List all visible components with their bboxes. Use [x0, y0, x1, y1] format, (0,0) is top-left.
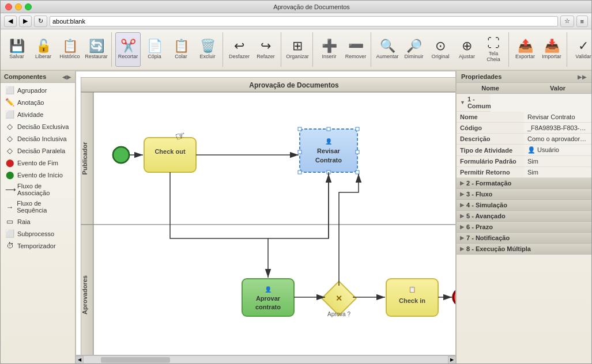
liberar-label: Liberar: [35, 54, 51, 59]
sidebar-item-anotacao[interactable]: ✏️ Anotação: [1, 96, 75, 108]
section-prazo[interactable]: ▶ 6 - Prazo: [457, 222, 591, 233]
inserir-button[interactable]: ➕ Inserir: [316, 32, 342, 67]
forward-button[interactable]: ▶: [19, 16, 32, 27]
ajustar-button[interactable]: ⊕ Ajustar: [454, 32, 480, 67]
svg-text:Publicador: Publicador: [81, 142, 88, 175]
section-avancado-label: 5 - Avançado: [466, 213, 506, 219]
validar-button[interactable]: ✓ Validar: [571, 32, 592, 67]
scroll-thumb-horizontal[interactable]: [101, 357, 170, 363]
section-avancado[interactable]: ▶ 5 - Avançado: [457, 211, 591, 222]
sidebar-item-temporizador[interactable]: ⏱ Temporizador: [1, 240, 75, 252]
section-execucao-multipla[interactable]: ▶ 8 - Execução Múltipla: [457, 244, 591, 255]
decisao-paralela-icon: ◇: [5, 146, 14, 155]
svg-point-11: [113, 147, 129, 163]
copia-button[interactable]: 📄 Cópia: [142, 32, 167, 67]
inserir-label: Inserir: [322, 54, 336, 59]
menu-button[interactable]: ≡: [576, 16, 588, 27]
maximize-button[interactable]: [25, 3, 32, 10]
address-bar[interactable]: [50, 16, 558, 26]
props-value-codigo: _F8A9893B-F803-4BFB-...: [524, 123, 591, 134]
scroll-right-button[interactable]: ▶: [448, 356, 456, 364]
section-formatacao[interactable]: ▶ 2 - Formatação: [457, 178, 591, 189]
props-row-formulario: Formulário Padrão Sim: [457, 156, 591, 167]
close-button[interactable]: [5, 3, 12, 10]
recortar-icon: ✂️: [120, 40, 136, 52]
props-value-formulario: Sim: [524, 156, 591, 167]
bpmn-diagram: Aprovação de Documentos Publicador Aprov…: [81, 77, 455, 355]
reload-button[interactable]: ↻: [34, 16, 47, 27]
section-notificacao-expand-icon: ▶: [460, 235, 464, 241]
remover-button[interactable]: ➖ Remover: [343, 32, 368, 67]
sidebar-item-decisao-paralela[interactable]: ◇ Decisão Paralela: [1, 145, 75, 157]
sidebar-item-agrupador[interactable]: ⬜ Agrupador: [1, 84, 75, 96]
back-button[interactable]: ◀: [4, 16, 17, 27]
sidebar-item-decisao-exclusiva[interactable]: ◇ Decisão Exclusiva: [1, 120, 75, 132]
col-value-header: Valor: [524, 83, 591, 94]
organizar-button[interactable]: ⊞ Organizar: [285, 32, 310, 67]
sidebar-collapse-button[interactable]: ◀▶: [62, 74, 71, 80]
section-notificacao[interactable]: ▶ 7 - Notificação: [457, 233, 591, 244]
minimize-button[interactable]: [15, 3, 22, 10]
tipo-user-icon: 👤: [527, 146, 536, 153]
exportar-button[interactable]: 📤 Exportar: [512, 32, 538, 67]
section-comum[interactable]: ▼ 1 - Comum: [457, 94, 491, 112]
section-simulacao[interactable]: ▶ 4 - Simulação: [457, 200, 591, 211]
sidebar-item-evento-fim[interactable]: ⬤ Evento de Fim: [1, 157, 75, 169]
section-comum-expand-icon: ▼: [460, 100, 465, 105]
salvar-button[interactable]: 💾 Salvar: [4, 32, 29, 67]
horizontal-scrollbar[interactable]: ◀ ▶: [76, 355, 456, 363]
desfazer-button[interactable]: ↩ Desfazer: [227, 32, 252, 67]
props-value-nome: Revisar Contrato: [524, 112, 591, 123]
organizar-icon: ⊞: [292, 40, 303, 52]
sidebar-item-fluxo-sequencia[interactable]: → Fluxo de Sequência: [1, 198, 75, 215]
liberar-button[interactable]: 🔓 Liberar: [31, 32, 56, 67]
aumentar-button[interactable]: 🔍 Aumentar: [375, 32, 400, 67]
properties-toggle-button[interactable]: ▶▶: [578, 74, 587, 80]
copia-label: Cópia: [148, 54, 161, 59]
historico-icon: 📋: [62, 40, 78, 52]
main-area: Componentes ◀▶ ⬜ Agrupador ✏️ Anotação ⬜…: [1, 71, 591, 363]
sidebar-item-subprocesso[interactable]: ⬜ Subprocesso: [1, 227, 75, 240]
canvas-container[interactable]: Aprovação de Documentos Publicador Aprov…: [76, 71, 456, 355]
sidebar-item-fluxo-associacao[interactable]: ⟶ Fluxo de Associação: [1, 181, 75, 198]
section-fluxo[interactable]: ▶ 3 - Fluxo: [457, 189, 591, 200]
sidebar-item-decisao-inclusiva[interactable]: ◇ Decisão Inclusiva: [1, 132, 75, 145]
diminuir-button[interactable]: 🔎 Diminuir: [401, 32, 427, 67]
anotacao-label: Anotação: [17, 99, 44, 106]
svg-text:👤: 👤: [325, 138, 333, 145]
svg-rect-12: [144, 138, 196, 172]
original-button[interactable]: ⊙ Original: [428, 32, 453, 67]
restaurar-button[interactable]: 🔄 Restaurar: [84, 32, 109, 67]
historico-label: Histórico: [59, 54, 80, 59]
inserir-icon: ➕: [322, 40, 337, 52]
decisao-paralela-label: Decisão Paralela: [17, 147, 65, 154]
refazer-icon: ↪: [261, 40, 271, 52]
excluir-button[interactable]: 🗑️ Excluir: [195, 32, 220, 67]
sidebar-item-evento-inicio[interactable]: ⬤ Evento de Início: [1, 169, 75, 181]
tela-cheia-icon: ⛶: [487, 37, 500, 50]
historico-button[interactable]: 📋 Histórico: [57, 32, 82, 67]
edit-group: ✂️ Recortar 📄 Cópia 📋 Colar 🗑️ Excluir: [115, 32, 223, 67]
validar-icon: ✓: [578, 40, 589, 52]
svg-text:Revisar: Revisar: [317, 147, 340, 154]
tela-cheia-button[interactable]: ⛶ Tela Cheia: [481, 32, 506, 67]
sidebar-item-atividade[interactable]: ⬜ Atividade: [1, 108, 75, 120]
evento-inicio-icon: ⬤: [5, 170, 14, 179]
refazer-button[interactable]: ↪ Refazer: [253, 32, 278, 67]
layout-group: ⊞ Organizar: [285, 32, 313, 67]
recortar-button[interactable]: ✂️ Recortar: [115, 32, 141, 67]
scroll-left-button[interactable]: ◀: [76, 356, 84, 364]
importar-button[interactable]: 📥 Importar: [539, 32, 564, 67]
sidebar-items: ⬜ Agrupador ✏️ Anotação ⬜ Atividade ◇ De…: [1, 83, 75, 363]
bookmark-button[interactable]: ☆: [560, 16, 574, 27]
fluxo-associacao-icon: ⟶: [5, 185, 14, 194]
props-field-retorno: Permitir Retorno: [457, 167, 524, 178]
agrupador-label: Agrupador: [17, 87, 47, 94]
sidebar-item-raia[interactable]: ▭ Raia: [1, 215, 75, 227]
decisao-inclusiva-icon: ◇: [5, 134, 14, 143]
fluxo-sequencia-icon: →: [5, 203, 14, 211]
file-group: 💾 Salvar 🔓 Liberar 📋 Histórico 🔄 Restaur…: [4, 32, 112, 67]
colar-button[interactable]: 📋 Colar: [168, 32, 194, 67]
props-value-descricao: Como o aprovador neg...: [524, 134, 591, 145]
anotacao-icon: ✏️: [5, 98, 14, 107]
